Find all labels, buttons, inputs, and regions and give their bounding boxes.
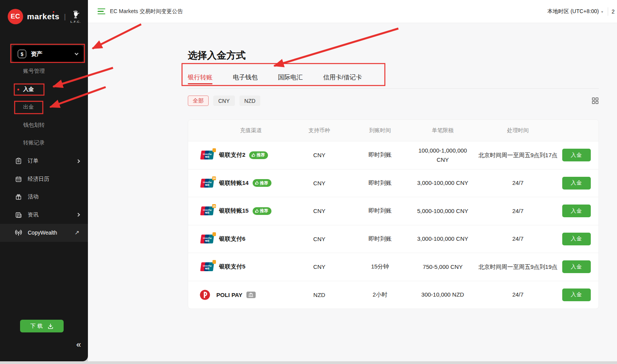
filter-nzd[interactable]: NZD [239,96,261,106]
svg-text:银联: 银联 [205,211,210,214]
sidebar-item-copywealth[interactable]: CopyWealth ↗ [0,224,88,242]
announcement-menu-icon[interactable] [98,8,105,15]
table-row: UnionPay 银联 银联支付5 CNY 15分钟 750-5,000 CNY… [188,253,598,281]
sidebar-item-wallet-transfer[interactable]: 钱包划转 [0,116,88,134]
svg-text:银联: 银联 [205,240,210,242]
arrival-time-cell: 2小时 [348,291,412,299]
table-row: UnionPay 银联 15 银联转账15 推荐 CNY 即时到账 5,000-… [188,197,598,225]
liver-bird-icon [71,10,81,20]
limit-cell: 100,000-1,000,000 CNY [412,146,474,164]
deposit-page: 选择入金方式 银行转账 电子钱包 国际电汇 信用卡/借记卡 全部 CNY NZD [88,23,617,309]
clipboard-icon [15,157,22,165]
sidebar-item-transfer-records[interactable]: 转账记录 [0,134,88,152]
action-cell: 入金 [562,177,599,190]
unionpay-logo: UnionPay 银联 [200,150,215,160]
limit-cell: 3,000-100,000 CNY [412,234,474,243]
svg-text:UnionPay: UnionPay [203,181,212,183]
announcement-text[interactable]: EC Markets 交易时间变更公告 [110,8,183,15]
ec-markets-logo: EC [8,9,23,24]
channel-cell: UnionPay 银联 银联支付5 [188,262,290,272]
timezone-selector[interactable]: 本地时区 (UTC+8:00) [548,8,599,15]
filter-all[interactable]: 全部 [188,96,209,106]
window-bottom-edge [0,361,617,364]
poli-logo [200,290,210,300]
sidebar: EC markets | L.F.C. $ [0,0,88,361]
processing-time-cell: 24/7 [474,178,562,188]
download-button[interactable]: 下载 [20,320,64,332]
deposit-channels-table: 充值渠道 支持币种 到账时间 单笔限额 处理时间 UnionPay [188,119,599,309]
recommend-badge: 推荐 [253,179,271,187]
channel-name: 银联支付5 [219,263,245,270]
channel-number-badge: 15 [212,204,216,208]
deposit-row-button[interactable]: 入金 [562,289,591,301]
table-header-row: 充值渠道 支持币种 到账时间 单笔限额 处理时间 [188,120,598,141]
tab-e-wallet[interactable]: 电子钱包 [233,67,258,88]
col-header-limit: 单笔限额 [412,127,474,134]
channel-name: 银联支付2 [219,151,245,159]
deposit-row-button[interactable]: 入金 [562,177,591,190]
channel-cell: POLI PAY [188,290,290,300]
topbar-right: 本地时区 (UTC+8:00) ▾ 2 [548,0,617,23]
currency-cell: CNY [290,263,348,270]
svg-text:UnionPay: UnionPay [203,153,212,155]
deposit-row-button[interactable]: 入金 [562,260,591,273]
col-header-processing: 处理时间 [474,127,562,134]
recommend-badge: 推荐 [253,207,271,215]
sidebar-item-assets[interactable]: $ 资产 [12,45,83,62]
table-row: POLI PAY NZD 2小时 300-10,000 NZD 24/7 入金 [188,281,598,309]
deposit-row-button[interactable]: 入金 [562,205,591,217]
col-header-channel: 充值渠道 [188,127,290,134]
processing-time-cell: 北京时间周一至周五9点到17点 [474,151,562,160]
filter-cny[interactable]: CNY [213,96,235,106]
clock-text: 2 [612,8,617,15]
chevron-down-icon: ▾ [601,10,603,14]
recommend-badge: 推荐 [249,151,268,159]
processing-time-cell: 24/7 [474,234,562,243]
bank-icon [248,293,253,297]
channel-number-badge [212,260,216,264]
tab-bank-transfer[interactable]: 银行转账 [188,67,212,88]
sidebar-item-account-management[interactable]: 账号管理 [0,62,88,81]
content-column: EC Markets 交易时间变更公告 本地时区 (UTC+8:00) ▾ 2 … [88,0,617,361]
svg-text:UnionPay: UnionPay [203,209,212,211]
col-header-arrival: 到账时间 [348,127,412,134]
tab-international-wire[interactable]: 国际电汇 [278,67,303,88]
channel-name: 银联支付6 [219,235,245,243]
arrival-time-cell: 即时到账 [348,179,412,187]
grid-view-icon[interactable] [592,97,599,104]
brand-name: markets [27,12,59,21]
channel-cell: UnionPay 银联 银联支付6 [188,234,290,244]
deposit-row-button[interactable]: 入金 [562,149,591,161]
svg-text:UnionPay: UnionPay [203,237,212,239]
deposit-row-button[interactable]: 入金 [562,233,591,245]
channel-cell: UnionPay 银联 14 银联转账14 推荐 [188,178,290,188]
topbar-divider [608,7,608,16]
topbar: EC Markets 交易时间变更公告 本地时区 (UTC+8:00) ▾ 2 [88,0,617,23]
channel-name: 银联转账14 [219,179,249,187]
limit-cell: 750-5,000 CNY [412,262,474,272]
chevron-right-icon [76,159,80,163]
processing-time-cell: 24/7 [474,290,562,299]
currency-cell: CNY [290,180,348,186]
action-cell: 入金 [562,260,599,273]
sidebar-item-economic-calendar[interactable]: 经济日历 [0,170,88,188]
calendar-icon [15,175,22,183]
brand-separator: | [64,13,66,21]
sidebar-item-deposit[interactable]: 入金 [0,81,88,99]
limit-cell: 5,000-100,000 CNY [412,206,474,216]
tab-credit-debit-card[interactable]: 信用卡/借记卡 [323,67,362,88]
action-cell: 入金 [562,289,599,301]
news-icon [15,211,22,219]
chevron-down-icon [75,52,79,55]
chevron-right-icon [76,213,80,217]
sidebar-collapse-button[interactable]: « [76,341,81,349]
sidebar-item-news[interactable]: 资讯 [0,206,88,224]
sidebar-item-orders[interactable]: 订单 [0,152,88,170]
sidebar-item-withdraw[interactable]: 出金 [0,98,88,116]
channel-number-badge: 14 [212,176,216,180]
external-link-icon: ↗ [74,229,79,236]
lfc-logo: L.F.C. [71,10,81,23]
sidebar-item-activities[interactable]: 活动 [0,188,88,206]
svg-text:银联: 银联 [205,267,210,270]
deposit-table-body: UnionPay 银联 银联支付2 推荐 CNY 即时到账 100,000-1,… [188,141,598,309]
